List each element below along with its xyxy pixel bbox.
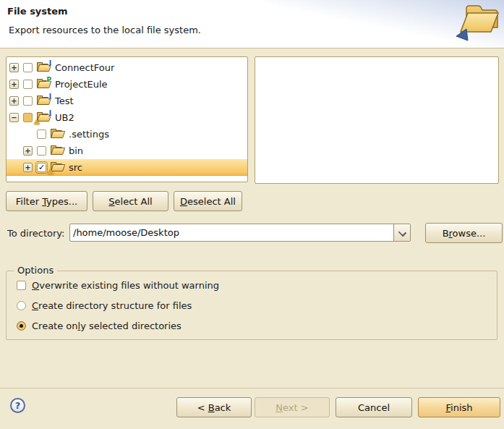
overwrite-label: Overwrite existing files without warning <box>32 280 219 291</box>
tree-item-Test[interactable]: +JTest <box>7 93 247 109</box>
export-wizard-dialog: File system Export resources to the loca… <box>0 0 504 429</box>
warning-decorator-icon <box>48 169 54 174</box>
tree-checkbox[interactable]: ✓ <box>37 163 46 172</box>
directory-input[interactable] <box>73 225 390 240</box>
filter-types-button[interactable]: Filter Types... <box>6 191 87 211</box>
tree-item-UB2[interactable]: −JUB2 <box>7 109 247 126</box>
page-subtitle: Export resources to the local file syste… <box>9 25 201 35</box>
tree-item-bin[interactable]: +bin <box>7 143 247 159</box>
java-decorator-icon: J <box>49 59 51 67</box>
cancel-button[interactable]: Cancel <box>336 397 412 417</box>
file-list-panel[interactable] <box>255 56 499 184</box>
expand-toggle-icon[interactable]: + <box>9 96 19 106</box>
tree-item-label: src <box>67 162 85 173</box>
folder-icon: J <box>36 112 49 123</box>
create-structure-label: Create directory structure for files <box>32 300 192 311</box>
tree-item-ProjectEule[interactable]: +PProjectEule <box>7 76 247 93</box>
tree-item-label: ConnectFour <box>53 62 116 73</box>
expand-toggle-icon[interactable]: + <box>23 163 33 172</box>
chevron-down-icon <box>398 229 406 237</box>
project-decorator-icon: P <box>46 76 51 83</box>
directory-combo <box>69 224 411 242</box>
expand-toggle-icon[interactable]: + <box>9 63 19 72</box>
tree-item-label: bin <box>67 145 85 156</box>
deselect-all-button[interactable]: Deselect All <box>174 191 242 211</box>
wizard-banner: File system Export resources to the loca… <box>0 0 504 48</box>
tree-checkbox[interactable] <box>37 146 46 156</box>
to-directory-label: To directory: <box>7 228 64 239</box>
finish-button[interactable]: Finish <box>418 397 500 417</box>
options-group: Options Overwrite existing files without… <box>6 271 497 340</box>
tree-item-label: UB2 <box>53 112 77 123</box>
directory-dropdown-button[interactable] <box>393 224 410 241</box>
browse-button[interactable]: Browse... <box>425 223 503 243</box>
java-decorator-icon: J <box>49 93 51 100</box>
tree-checkbox[interactable] <box>37 129 46 139</box>
warning-decorator-icon <box>34 119 40 124</box>
tree-checkbox[interactable] <box>23 63 33 72</box>
tree-checkbox[interactable] <box>23 113 33 122</box>
tree-item-label: .settings <box>67 129 111 140</box>
tree-checkbox[interactable] <box>23 80 33 89</box>
tree-item-.settings[interactable]: .settings <box>7 126 247 143</box>
expand-toggle-icon[interactable]: + <box>23 146 33 156</box>
java-decorator-icon: J <box>49 109 51 116</box>
export-folder-icon <box>445 0 501 43</box>
collapse-toggle-icon[interactable]: − <box>9 113 19 122</box>
back-button[interactable]: < Back <box>176 397 252 417</box>
create-selected-option[interactable]: Create only selected directories <box>17 320 181 331</box>
tree-item-label: Test <box>53 95 76 106</box>
resource-tree: +JConnectFour+PProjectEule+JTest−JUB2.se… <box>6 56 248 182</box>
footer-separator <box>0 388 504 388</box>
create-selected-radio[interactable] <box>17 321 26 331</box>
tree-item-label: ProjectEule <box>53 79 110 90</box>
expand-toggle-icon[interactable]: + <box>9 80 19 89</box>
folder-icon <box>50 129 63 140</box>
options-legend: Options <box>14 265 57 276</box>
folder-icon <box>50 145 63 156</box>
select-all-button[interactable]: Select All <box>93 191 168 211</box>
tree-checkbox[interactable] <box>23 96 33 106</box>
tree-item-src[interactable]: +✓src <box>7 159 247 176</box>
folder-icon: P <box>36 79 49 90</box>
create-structure-option[interactable]: Create directory structure for files <box>17 300 192 311</box>
folder-icon <box>50 162 63 173</box>
overwrite-checkbox[interactable] <box>17 281 26 290</box>
create-selected-label: Create only selected directories <box>32 320 181 331</box>
folder-icon: J <box>36 62 49 73</box>
page-title: File system <box>7 6 68 17</box>
tree-item-ConnectFour[interactable]: +JConnectFour <box>7 59 247 76</box>
folder-icon: J <box>36 95 49 106</box>
overwrite-option[interactable]: Overwrite existing files without warning <box>17 280 219 291</box>
help-button[interactable]: ? <box>10 398 25 413</box>
next-button: Next > <box>255 397 330 417</box>
create-structure-radio[interactable] <box>17 301 26 310</box>
